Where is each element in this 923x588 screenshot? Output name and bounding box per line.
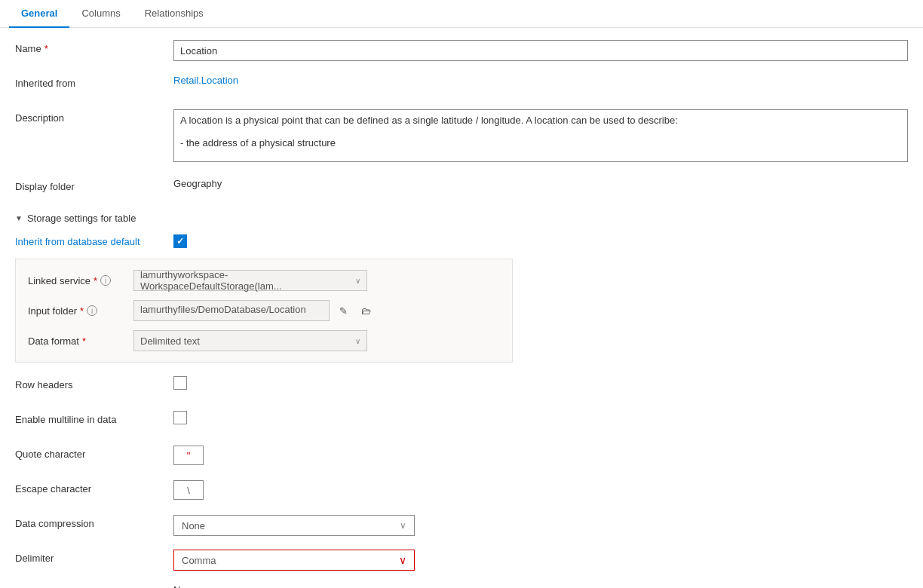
- data-compression-dropdown[interactable]: None ∨: [173, 515, 415, 536]
- input-folder-info-icon[interactable]: i: [87, 305, 97, 316]
- linked-service-required: *: [94, 275, 97, 286]
- delimiter-dropdown[interactable]: Comma ∨: [173, 550, 415, 571]
- delimiter-value: Comma ∨: [173, 550, 908, 571]
- quote-character-label: Quote character: [15, 446, 173, 460]
- row-headers-row: Row headers: [15, 376, 908, 397]
- enable-multiline-row: Enable multiline in data: [15, 411, 908, 432]
- storage-settings-box: Linked service * i lamurthyworkspace-Wor…: [15, 259, 513, 363]
- escape-character-row: Escape character: [15, 480, 908, 501]
- partition-columns-label: Partition columns i: [15, 584, 173, 588]
- data-format-row: Data format * Delimited text ∨: [28, 330, 500, 351]
- linked-service-chevron-icon: ∨: [355, 277, 360, 285]
- linked-service-value: lamurthyworkspace-WorkspaceDefaultStorag…: [140, 269, 349, 292]
- tab-columns[interactable]: Columns: [69, 0, 132, 28]
- data-format-dropdown[interactable]: Delimited text ∨: [133, 330, 367, 351]
- data-format-label: Data format *: [28, 335, 133, 347]
- tab-relationships[interactable]: Relationships: [133, 0, 216, 28]
- inherit-db-row: Inherit from database default: [15, 234, 908, 248]
- description-label: Description: [15, 109, 173, 124]
- name-value-wrap: [173, 40, 908, 61]
- enable-multiline-checkbox[interactable]: [173, 411, 187, 424]
- inherited-from-value: Retail.Location: [173, 75, 908, 86]
- linked-service-label: Linked service * i: [28, 275, 133, 286]
- data-format-required: *: [82, 335, 86, 347]
- row-headers-value: [173, 376, 908, 390]
- partition-columns-value: None: [173, 584, 908, 588]
- name-row: Name *: [15, 40, 908, 61]
- escape-character-label: Escape character: [15, 480, 173, 495]
- quote-character-input[interactable]: [173, 446, 204, 465]
- inherit-db-label: Inherit from database default: [15, 236, 173, 247]
- input-folder-value-row: lamurthyfiles/DemoDatabase/Location ✎ 🗁: [133, 300, 375, 321]
- inherited-from-row: Inherited from Retail.Location: [15, 75, 908, 96]
- name-required: *: [44, 43, 48, 54]
- display-folder-value: Geography: [173, 178, 908, 189]
- description-value-wrap: A location is a physical point that can …: [173, 109, 908, 164]
- data-compression-value: None ∨: [173, 515, 908, 536]
- folder-browse-icon[interactable]: 🗁: [357, 302, 375, 320]
- input-folder-label: Input folder * i: [28, 305, 133, 317]
- partition-columns-row: Partition columns i None: [15, 584, 908, 588]
- linked-service-row: Linked service * i lamurthyworkspace-Wor…: [28, 270, 500, 291]
- tab-bar: General Columns Relationships: [0, 0, 923, 28]
- storage-section-header[interactable]: ▼ Storage settings for table: [15, 213, 908, 224]
- row-headers-checkbox[interactable]: [173, 376, 187, 390]
- display-folder-row: Display folder Geography: [15, 178, 908, 199]
- edit-icon[interactable]: ✎: [334, 302, 352, 320]
- description-textarea[interactable]: A location is a physical point that can …: [173, 109, 908, 162]
- data-compression-text: None: [182, 520, 394, 531]
- delimiter-text: Comma: [182, 555, 393, 566]
- input-folder-required: *: [80, 305, 84, 317]
- escape-character-value: [173, 480, 908, 500]
- inherited-from-label: Inherited from: [15, 75, 173, 89]
- data-compression-chevron-icon: ∨: [400, 520, 406, 531]
- delimiter-label: Delimiter: [15, 550, 173, 564]
- delimiter-chevron-icon: ∨: [399, 554, 406, 566]
- name-label: Name *: [15, 40, 173, 54]
- enable-multiline-label: Enable multiline in data: [15, 411, 173, 425]
- row-headers-label: Row headers: [15, 376, 173, 390]
- delimiter-row: Delimiter Comma ∨: [15, 550, 908, 571]
- form-content: Name * Inherited from Retail.Location De…: [0, 28, 923, 588]
- quote-character-value: [173, 446, 908, 465]
- data-format-value: Delimited text: [140, 335, 349, 347]
- enable-multiline-value: [173, 411, 908, 424]
- section-triangle-icon: ▼: [15, 214, 23, 222]
- display-folder-label: Display folder: [15, 178, 173, 192]
- quote-character-row: Quote character: [15, 446, 908, 467]
- input-folder-row: Input folder * i lamurthyfiles/DemoDatab…: [28, 300, 500, 321]
- tab-general[interactable]: General: [9, 0, 69, 28]
- escape-character-input[interactable]: [173, 480, 204, 500]
- linked-service-info-icon[interactable]: i: [100, 275, 111, 286]
- inherit-db-checkbox-wrap: [173, 234, 187, 248]
- data-compression-label: Data compression: [15, 515, 173, 529]
- description-row: Description A location is a physical poi…: [15, 109, 908, 164]
- input-folder-path: lamurthyfiles/DemoDatabase/Location: [133, 300, 330, 321]
- inherit-db-checkbox[interactable]: [173, 234, 187, 248]
- data-compression-row: Data compression None ∨: [15, 515, 908, 536]
- linked-service-dropdown[interactable]: lamurthyworkspace-WorkspaceDefaultStorag…: [133, 270, 367, 291]
- name-input[interactable]: [173, 40, 908, 61]
- data-format-chevron-icon: ∨: [355, 337, 360, 345]
